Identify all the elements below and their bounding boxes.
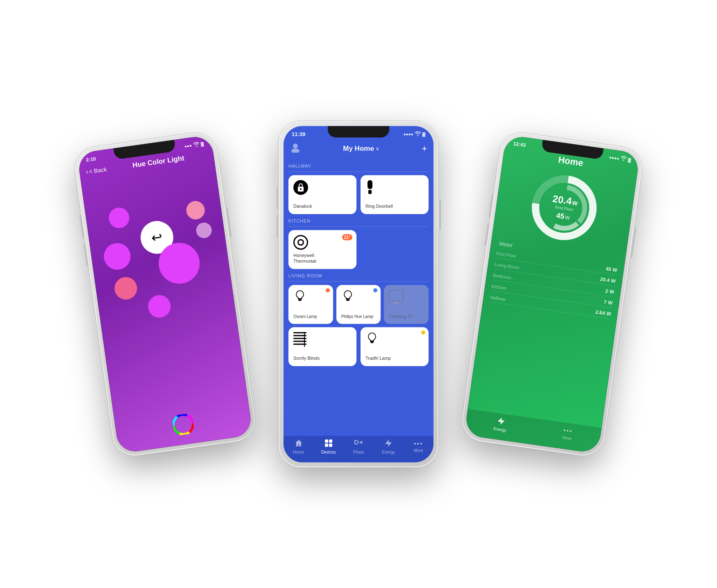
nav-energy-label: Energy bbox=[382, 450, 395, 454]
color-dot-6[interactable] bbox=[195, 221, 213, 239]
right-nav-energy[interactable]: Energy bbox=[493, 416, 508, 432]
samsung-tv-card[interactable]: Samsung TV bbox=[384, 285, 429, 324]
right-power[interactable] bbox=[630, 227, 636, 258]
right-volume-down[interactable] bbox=[484, 223, 490, 245]
nav-flows[interactable]: Flows bbox=[348, 439, 369, 454]
philips-color-dot bbox=[373, 288, 377, 292]
center-power[interactable] bbox=[438, 199, 441, 229]
home-title-group[interactable]: My Home ∨ bbox=[343, 144, 379, 152]
nav-more[interactable]: ••• More bbox=[408, 440, 429, 453]
back-chevron: ‹ bbox=[86, 168, 89, 176]
thermostat-icon bbox=[293, 235, 308, 250]
power-button[interactable] bbox=[225, 207, 231, 237]
svg-rect-15 bbox=[346, 300, 349, 301]
back-button[interactable]: ‹ < Back bbox=[86, 165, 107, 175]
right-volume-up[interactable] bbox=[488, 194, 494, 217]
ring-doorbell-card[interactable]: Ring Doorbell bbox=[361, 175, 429, 214]
left-phone: 2:10 ●●● ▓ ‹ < Bac bbox=[72, 130, 257, 458]
right-energy-icon bbox=[497, 416, 505, 426]
living-room-grid-1: Osram Lamp bbox=[288, 285, 429, 324]
row4-value: 7 W bbox=[604, 299, 613, 306]
color-dot-2[interactable] bbox=[102, 241, 132, 271]
nav-flows-label: Flows bbox=[353, 450, 364, 454]
row3-label: Bedroom bbox=[493, 272, 512, 280]
color-circles: ↩ bbox=[81, 163, 253, 453]
row4-label: Kitchen bbox=[491, 284, 507, 291]
more-icon: ••• bbox=[414, 440, 423, 447]
right-nav-more[interactable]: ••• More bbox=[562, 427, 573, 441]
left-time: 2:10 bbox=[86, 156, 96, 163]
color-dot-1[interactable] bbox=[107, 206, 130, 229]
svg-rect-16 bbox=[370, 341, 374, 342]
somfy-icon-area bbox=[293, 332, 352, 347]
samsung-name: Samsung TV bbox=[389, 313, 424, 319]
home-title: My Home bbox=[343, 144, 374, 152]
donut-sub-value: 45 bbox=[556, 211, 565, 221]
row5-value: 2.64 W bbox=[595, 309, 612, 317]
row2-label: Living Room bbox=[494, 261, 520, 270]
color-wheel[interactable] bbox=[172, 413, 195, 437]
kitchen-grid: 21° Honeywell Thermostat bbox=[288, 230, 429, 269]
row1-label: First Floor bbox=[496, 251, 517, 259]
center-volume-up[interactable] bbox=[276, 186, 279, 209]
tradfri-card[interactable]: Tradfri Lamp bbox=[361, 327, 429, 366]
tradfri-color-dot bbox=[421, 330, 425, 334]
left-phone-screen: 2:10 ●●● ▓ ‹ < Bac bbox=[77, 134, 253, 454]
right-time: 12:43 bbox=[513, 141, 526, 148]
row3-value: 2 W bbox=[605, 288, 615, 295]
philips-hue-card[interactable]: Philips Hue Lamp bbox=[336, 285, 381, 324]
samsung-icon-area bbox=[389, 290, 424, 304]
bulb-icon-philips bbox=[341, 290, 354, 303]
nav-devices[interactable]: Devices bbox=[318, 439, 339, 454]
center-time: 11:39 bbox=[292, 131, 305, 137]
nav-energy[interactable]: Energy bbox=[378, 439, 399, 454]
center-signal: ●●●● bbox=[404, 132, 413, 136]
svg-rect-12 bbox=[298, 298, 302, 300]
tv-icon bbox=[389, 290, 404, 304]
somfy-card[interactable]: Somfy Blinds bbox=[288, 327, 356, 366]
right-wifi-icon bbox=[620, 156, 627, 162]
donut-sub-unit: W bbox=[565, 214, 570, 220]
danalock-card[interactable]: Danalock bbox=[288, 175, 356, 214]
center-battery: ▓ bbox=[422, 132, 425, 136]
right-phone-screen: 12:43 ●●●● ▓ Home bbox=[464, 134, 640, 454]
volume-down-button[interactable] bbox=[83, 243, 88, 266]
nav-more-label: More bbox=[414, 448, 423, 453]
living-room-grid-2: Somfy Blinds bbox=[288, 327, 429, 366]
thermostat-inner bbox=[297, 239, 304, 245]
home-icon bbox=[295, 439, 303, 448]
svg-rect-14 bbox=[346, 298, 349, 300]
center-wifi-icon bbox=[415, 131, 421, 136]
somfy-name: Somfy Blinds bbox=[293, 355, 352, 361]
flows-icon bbox=[354, 439, 363, 448]
svg-rect-13 bbox=[298, 300, 301, 301]
color-dot-3[interactable] bbox=[113, 275, 138, 301]
nav-home[interactable]: Home bbox=[288, 439, 309, 454]
volume-up-button[interactable] bbox=[79, 215, 85, 237]
center-volume-down[interactable] bbox=[276, 215, 279, 238]
hallway-label: HALLWAY bbox=[288, 163, 429, 168]
center-header: My Home ∨ + bbox=[284, 138, 433, 160]
back-label: < Back bbox=[88, 166, 107, 175]
svg-rect-17 bbox=[370, 342, 373, 343]
color-dot-5[interactable] bbox=[185, 200, 206, 220]
philips-icon-area bbox=[341, 290, 376, 303]
center-phone-screen: 11:39 ●●●● ▓ bbox=[284, 126, 433, 462]
philips-hue-name: Philips Hue Lamp bbox=[341, 313, 376, 319]
kitchen-label: KITCHEN bbox=[288, 218, 429, 223]
osram-card[interactable]: Osram Lamp bbox=[288, 285, 333, 324]
row5-label: Hallway bbox=[490, 295, 506, 302]
danalock-name: Danalock bbox=[293, 203, 352, 209]
color-dot-7[interactable] bbox=[147, 293, 172, 319]
phones-container: 2:10 ●●● ▓ ‹ < Bac bbox=[113, 28, 604, 561]
add-device-button[interactable]: + bbox=[422, 143, 427, 154]
left-status-icons: ●●● ▓ bbox=[184, 141, 204, 148]
bulb-icon-tradfri bbox=[365, 332, 379, 345]
osram-icon-area bbox=[293, 290, 328, 303]
honeywell-card[interactable]: 21° Honeywell Thermostat bbox=[288, 230, 356, 269]
nav-home-label: Home bbox=[293, 450, 304, 454]
living-room-divider bbox=[288, 281, 429, 282]
osram-color-dot bbox=[326, 288, 330, 292]
center-bottom-nav: Home Devices bbox=[284, 436, 433, 462]
right-status-icons: ●●●● ▓ bbox=[609, 154, 631, 163]
